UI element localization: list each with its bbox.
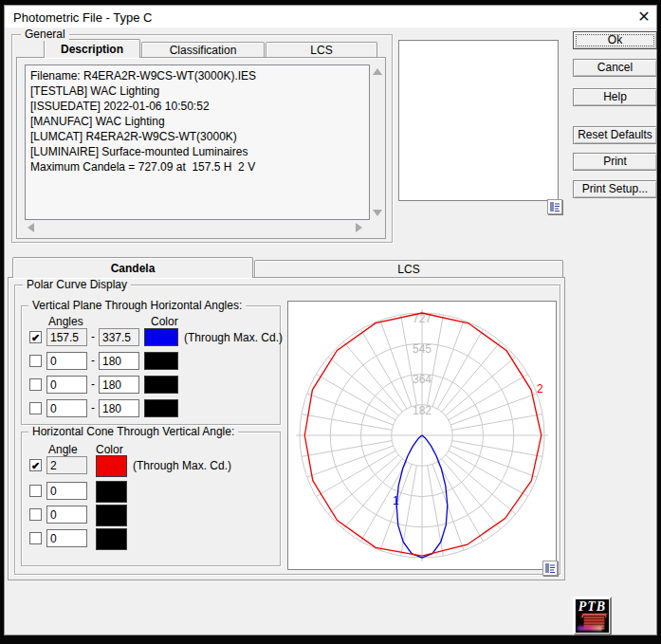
screen: { "window": { "title": "Photometric File…	[0, 0, 661, 644]
tab-lcs-bottom[interactable]: LCS	[254, 260, 563, 278]
vp-angle-to-2[interactable]	[99, 352, 139, 370]
scroll-down-icon[interactable]	[373, 210, 382, 216]
tab-description[interactable]: Description	[44, 39, 140, 58]
print-button[interactable]: Print	[573, 153, 657, 171]
description-line: Maximum Candela = 727.09 at 157.5 H 2 V	[30, 159, 367, 175]
hc-angle-1[interactable]	[46, 456, 87, 474]
polar-curve-display-label: Polar Curve Display	[23, 279, 131, 291]
ptb-logo-text: PTB	[576, 599, 609, 614]
chart-data-icon[interactable]	[542, 561, 558, 576]
general-groupbox-label: General	[21, 28, 69, 41]
svg-text:545: 545	[413, 342, 431, 356]
vp-color-swatch-2[interactable]	[144, 352, 178, 370]
window-title: Photometric File - Type C	[13, 10, 152, 25]
vp-color-swatch-3[interactable]	[144, 376, 178, 394]
tab-candela[interactable]: Candela	[12, 257, 253, 278]
ok-button[interactable]: Ok	[573, 31, 657, 49]
hc-checkbox-1[interactable]: ✔	[29, 459, 42, 471]
ptb-logo-inner: PTB	[576, 599, 609, 633]
horizontal-cone-label: Horizontal Cone Through Vertical Angle:	[28, 426, 238, 438]
color-column-header: Color	[151, 315, 178, 328]
svg-text:1: 1	[393, 494, 399, 507]
svg-text:2: 2	[537, 382, 543, 396]
hc-angle-4[interactable]	[46, 529, 87, 547]
vertical-plane-label: Vertical Plane Through Horizontal Angles…	[28, 300, 246, 312]
ptb-logo: PTB	[573, 597, 612, 635]
preview-data-icon[interactable]	[547, 199, 562, 214]
vp-color-swatch-1[interactable]	[144, 328, 178, 346]
svg-text:182: 182	[413, 404, 431, 417]
vp-angle-to-1[interactable]	[99, 328, 139, 346]
hc-color-swatch-3[interactable]	[96, 505, 127, 526]
polar-chart: 18236454572712	[287, 301, 557, 570]
notepad-icon	[548, 200, 561, 213]
description-line: [ISSUEDATE] 2022-01-06 10:50:52	[30, 99, 367, 114]
vp-angle-from-2[interactable]	[46, 352, 87, 370]
hc-checkbox-2[interactable]	[29, 485, 42, 497]
angle-column-header: Angle	[48, 443, 78, 456]
vp-checkbox-3[interactable]	[29, 378, 42, 391]
vp-angle-from-3[interactable]	[46, 376, 87, 394]
hc-through-max-note: (Through Max. Cd.)	[133, 459, 231, 472]
scroll-left-icon[interactable]	[28, 223, 34, 232]
vp-angle-to-4[interactable]	[99, 399, 139, 417]
hc-angle-3[interactable]	[46, 506, 87, 524]
cancel-button[interactable]: Cancel	[573, 59, 657, 77]
hc-checkbox-4[interactable]	[29, 532, 42, 544]
vp-angle-from-4[interactable]	[46, 399, 87, 417]
notepad-icon	[543, 561, 557, 575]
description-text-area[interactable]: Filename: R4ERA2R-W9CS-WT(3000K).IES [TE…	[25, 64, 370, 220]
angle-range-dash: -	[91, 401, 95, 414]
description-line: [TESTLAB] WAC Lighting	[30, 83, 367, 99]
vp-checkbox-4[interactable]	[29, 402, 42, 414]
scroll-up-icon[interactable]	[373, 68, 382, 75]
description-line: [LUMCAT] R4ERA2R-W9CS-WT(3000K)	[30, 129, 367, 144]
close-icon: ✕	[637, 9, 650, 25]
hc-color-swatch-4[interactable]	[96, 528, 127, 550]
angle-range-dash: -	[91, 377, 95, 391]
vp-through-max-note: (Through Max. Cd.)	[184, 331, 283, 344]
vp-checkbox-2[interactable]	[29, 355, 42, 367]
angle-range-dash: -	[91, 354, 95, 367]
description-line: [LUMINAIRE] Surface-mounted Luminaires	[30, 144, 367, 159]
svg-text:364: 364	[413, 373, 431, 386]
vp-angle-from-1[interactable]	[46, 328, 87, 346]
hc-checkbox-3[interactable]	[29, 508, 42, 521]
hc-angle-2[interactable]	[46, 482, 87, 500]
close-button[interactable]: ✕	[632, 7, 656, 27]
color-column-header: Color	[96, 443, 123, 456]
photometric-preview-box	[398, 40, 559, 201]
hc-color-swatch-1[interactable]	[96, 455, 127, 477]
tab-classification[interactable]: Classification	[141, 42, 265, 57]
vp-checkbox-1[interactable]: ✔	[29, 331, 42, 343]
angles-column-header: Angles	[48, 315, 83, 328]
vp-angle-to-3[interactable]	[99, 376, 139, 394]
angle-range-dash: -	[91, 330, 95, 343]
hc-color-swatch-2[interactable]	[96, 481, 127, 503]
print-setup-button[interactable]: Print Setup...	[573, 180, 657, 198]
reset-defaults-button[interactable]: Reset Defaults	[573, 126, 657, 144]
help-button[interactable]: Help	[573, 88, 657, 106]
vp-color-swatch-4[interactable]	[144, 399, 178, 417]
tab-lcs-top[interactable]: LCS	[266, 42, 377, 57]
description-line: Filename: R4ERA2R-W9CS-WT(3000K).IES	[30, 68, 367, 83]
scroll-right-icon[interactable]	[356, 223, 362, 232]
toolbox-glow	[578, 626, 602, 631]
polar-chart-svg: 18236454572712	[288, 302, 556, 569]
description-line: [MANUFAC] WAC Lighting	[30, 114, 367, 129]
